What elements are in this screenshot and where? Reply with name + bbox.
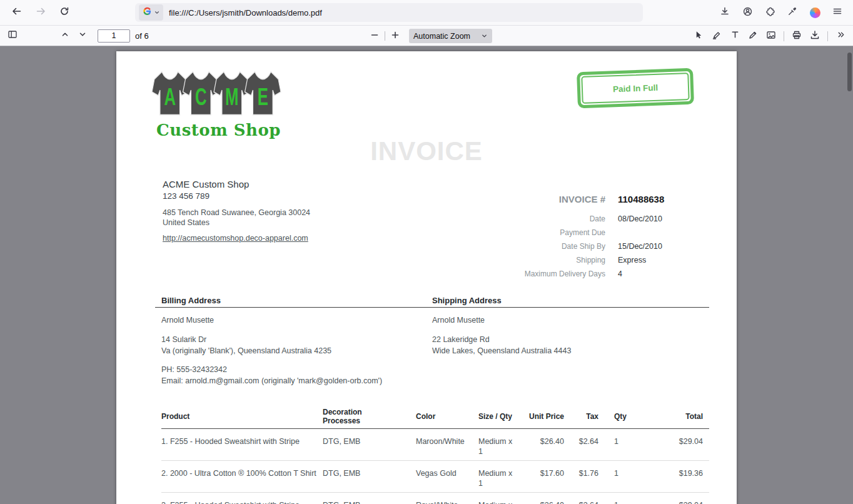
logo-letter: M	[225, 84, 238, 110]
billing-address-block: Arnold Musette 14 Sularik Dr Va (origina…	[161, 315, 382, 386]
item-decoration: DTG, EMB	[323, 468, 416, 478]
meta-value: 08/Dec/2010	[605, 214, 662, 223]
item-tax: $2.64	[568, 436, 602, 446]
toolbar-right-icons	[715, 3, 847, 22]
table-row: 2. 2000 - Ultra Cotton ® 100% Cotton T S…	[161, 461, 709, 493]
zoom-level-select[interactable]: Automatic Zoom	[409, 29, 492, 43]
item-tax: $2.64	[568, 500, 602, 504]
draw-tool-icon	[748, 30, 758, 43]
account-icon	[742, 6, 753, 19]
url-text: file:///C:/Users/jsmith/Downloads/demo.p…	[169, 8, 322, 18]
item-qty: 1	[602, 436, 655, 446]
edit-cursor-button[interactable]	[690, 28, 707, 44]
chevron-down-icon	[78, 29, 88, 42]
logo-letter: E	[258, 84, 268, 110]
header-total: Total	[655, 412, 709, 421]
shipping-address-title: Shipping Address	[432, 296, 502, 305]
company-address: 485 Tench Road Suwanee, Georgia 30024 Un…	[163, 208, 310, 228]
billing-phone: PH: 555-32432342	[161, 364, 382, 375]
company-name: ACME Custom Shop	[163, 179, 310, 190]
meta-row: Maximum Delivery Days 4	[454, 267, 709, 281]
eyedropper-button[interactable]	[783, 3, 802, 22]
meta-row: Date 08/Dec/2010	[454, 212, 709, 226]
draw-tool-button[interactable]	[744, 28, 762, 44]
zoom-in-button[interactable]	[386, 28, 404, 44]
save-button[interactable]	[806, 28, 824, 44]
zoom-controls: Automatic Zoom	[366, 26, 492, 46]
items-table: Product Decoration Processes Color Size …	[161, 406, 709, 504]
download-icon	[720, 6, 730, 19]
next-page-button[interactable]	[74, 28, 91, 44]
reload-button[interactable]	[54, 3, 75, 22]
meta-value: 15/Dec/2010	[605, 242, 662, 251]
invoice-number-label: INVOICE #	[454, 194, 605, 204]
company-website-link[interactable]: http://acmecustomshop.deco-apparel.com	[163, 234, 308, 243]
highlight-tool-button[interactable]	[708, 28, 725, 44]
url-bar[interactable]: file:///C:/Users/jsmith/Downloads/demo.p…	[135, 3, 643, 22]
back-button[interactable]	[6, 3, 28, 22]
back-icon	[12, 6, 22, 19]
forward-icon	[36, 6, 46, 19]
sidebar-toggle-button[interactable]	[4, 28, 21, 44]
print-button[interactable]	[788, 28, 805, 44]
invoice-watermark: INVOICE	[116, 138, 737, 164]
stamp-inner-border: Paid In Full	[581, 73, 689, 104]
shipping-address-block: Arnold Musette 22 Lakeridge Rd Wide Lake…	[432, 315, 571, 356]
meta-label: Date Ship By	[454, 242, 605, 251]
item-product: 1. F255 - Hooded Sweatshirt with Stripe	[161, 436, 323, 446]
address-divider	[155, 307, 709, 308]
header-tax: Tax	[568, 412, 602, 421]
more-tools-icon	[836, 30, 845, 42]
image-tool-button[interactable]	[762, 28, 780, 44]
menu-button[interactable]	[828, 3, 847, 22]
tools-separator	[827, 31, 828, 41]
item-total: $29.04	[655, 436, 709, 446]
chevron-down-icon	[481, 33, 488, 39]
browser-toolbar: file:///C:/Users/jsmith/Downloads/demo.p…	[0, 0, 853, 26]
page-number-input[interactable]	[98, 29, 130, 43]
chevron-up-icon	[60, 29, 70, 42]
vertical-scrollbar-thumb[interactable]	[847, 53, 852, 91]
chevron-down-icon	[154, 7, 160, 18]
billing-line2: Va (originally 'Blank'), Queensland Aust…	[161, 345, 382, 356]
pdf-edit-tools	[690, 26, 849, 46]
meta-value: Express	[605, 256, 646, 265]
item-size-qty: Medium x 1	[478, 436, 516, 456]
company-phone: 123 456 789	[163, 191, 310, 201]
downloads-button[interactable]	[715, 3, 734, 22]
item-product: 3. F255 - Hooded Sweatshirt with Stripe	[161, 500, 323, 504]
meta-value: 4	[605, 270, 622, 278]
more-tools-button[interactable]	[832, 28, 849, 44]
extension-sphere-button[interactable]	[805, 3, 824, 22]
shipping-name: Arnold Musette	[432, 315, 571, 326]
extensions-button[interactable]	[760, 3, 779, 22]
header-unit-price: Unit Price	[528, 412, 568, 421]
item-total: $29.04	[655, 500, 709, 504]
paid-in-full-stamp: Paid In Full	[577, 68, 694, 108]
account-button[interactable]	[738, 3, 757, 22]
item-color: Vegas Gold	[416, 468, 478, 478]
meta-row: Shipping Express	[454, 253, 709, 267]
extensions-icon	[765, 6, 775, 19]
menu-icon	[832, 6, 842, 19]
item-color: Royal/White	[416, 500, 478, 504]
highlighter-icon	[712, 30, 722, 43]
previous-page-button[interactable]	[56, 28, 74, 44]
item-size-qty: Medium x 1	[478, 500, 516, 504]
forward-button[interactable]	[30, 3, 51, 22]
logo-subtitle: Custom Shop	[151, 121, 286, 139]
eyedropper-icon	[787, 6, 797, 19]
item-size-qty: Medium x 1	[478, 468, 516, 488]
search-engine-chip[interactable]	[139, 4, 163, 21]
invoice-meta: INVOICE # 110488638 Date 08/Dec/2010 Pay…	[454, 189, 709, 281]
print-icon	[792, 30, 802, 43]
item-decoration: DTG, EMB	[323, 436, 416, 446]
company-logo: A C M E Custom Shop	[151, 66, 286, 139]
zoom-out-button[interactable]	[366, 28, 383, 44]
image-tool-icon	[766, 30, 776, 43]
text-tool-button[interactable]	[726, 28, 744, 44]
shipping-line2: Wide Lakes, Queensland Australia 4443	[432, 345, 571, 356]
header-color: Color	[416, 412, 478, 421]
shipping-line1: 22 Lakeridge Rd	[432, 334, 571, 345]
billing-name: Arnold Musette	[161, 315, 382, 326]
